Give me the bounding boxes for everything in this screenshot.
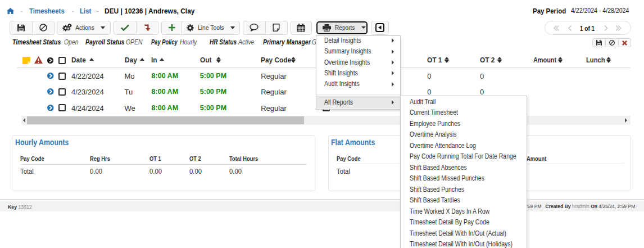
svg-text:1 of 1: 1 of 1 xyxy=(580,25,595,31)
